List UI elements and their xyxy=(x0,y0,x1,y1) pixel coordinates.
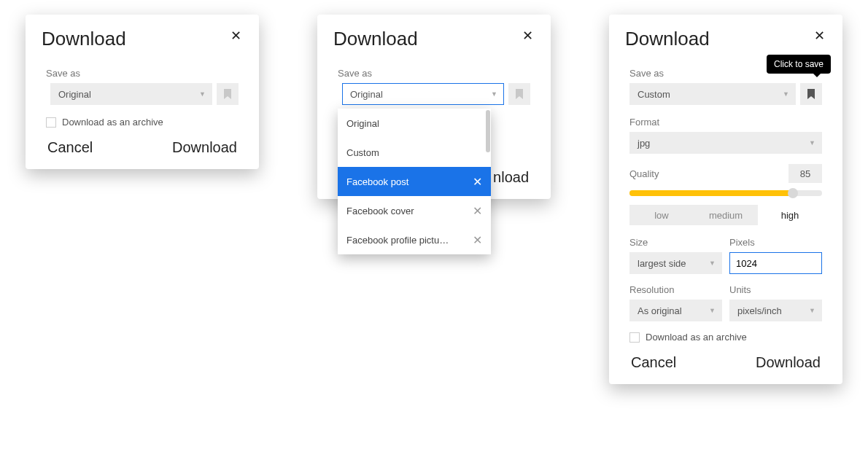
format-value: jpg xyxy=(638,138,650,149)
dialog-title: Download xyxy=(625,28,710,50)
bookmark-icon xyxy=(224,89,231,99)
archive-label: Download as an archive xyxy=(62,117,163,128)
quality-slider[interactable] xyxy=(629,190,822,196)
save-as-select[interactable]: Custom ▼ xyxy=(629,83,796,105)
dropdown-item-original[interactable]: Original xyxy=(338,109,491,138)
close-icon[interactable]: ✕ xyxy=(229,28,243,44)
chevron-down-icon: ▼ xyxy=(809,307,815,314)
slider-thumb[interactable] xyxy=(788,188,798,198)
save-as-dropdown: Original Custom Facebook post ✕ Facebook… xyxy=(338,109,491,254)
chevron-down-icon: ▼ xyxy=(709,259,716,267)
save-as-label: Save as xyxy=(338,68,530,79)
remove-preset-icon[interactable]: ✕ xyxy=(473,233,482,247)
save-as-select[interactable]: Original ▼ xyxy=(50,83,212,105)
dropdown-item-facebook-post[interactable]: Facebook post ✕ xyxy=(338,167,491,196)
units-value: pixels/inch xyxy=(737,305,782,316)
chevron-down-icon: ▼ xyxy=(783,90,789,98)
quality-label: Quality xyxy=(629,168,659,179)
resolution-label: Resolution xyxy=(629,284,722,295)
save-as-value: Original xyxy=(58,89,91,100)
cancel-button[interactable]: Cancel xyxy=(631,354,676,371)
close-icon[interactable]: ✕ xyxy=(813,28,826,44)
slider-fill xyxy=(629,190,793,196)
quality-value[interactable]: 85 xyxy=(788,164,822,183)
close-icon[interactable]: ✕ xyxy=(521,28,535,44)
resolution-select[interactable]: As original ▼ xyxy=(629,300,722,321)
save-preset-button[interactable] xyxy=(217,83,239,105)
units-label: Units xyxy=(729,284,822,295)
save-as-value: Original xyxy=(350,89,383,100)
dropdown-item-custom[interactable]: Custom xyxy=(338,138,491,167)
option-label: Facebook profile pictu… xyxy=(346,235,449,246)
dialog-title: Download xyxy=(42,28,126,50)
dropdown-item-facebook-cover[interactable]: Facebook cover ✕ xyxy=(338,196,491,225)
dropdown-item-facebook-profile[interactable]: Facebook profile pictu… ✕ xyxy=(338,225,491,254)
archive-checkbox[interactable] xyxy=(629,332,640,343)
save-as-select[interactable]: Original ▼ xyxy=(342,83,504,105)
option-label: Custom xyxy=(346,147,379,158)
chevron-down-icon: ▼ xyxy=(491,90,497,98)
save-as-value: Custom xyxy=(638,89,670,100)
remove-preset-icon[interactable]: ✕ xyxy=(473,175,482,189)
chevron-down-icon: ▼ xyxy=(709,307,716,314)
download-dialog-custom: Download ✕ Click to save Save as Custom … xyxy=(609,15,842,384)
units-select[interactable]: pixels/inch ▼ xyxy=(729,300,822,321)
option-label: Facebook post xyxy=(346,176,408,187)
cancel-button[interactable]: Cancel xyxy=(47,139,93,156)
dialog-title: Download xyxy=(333,28,418,50)
quality-preset-low[interactable]: low xyxy=(629,205,694,225)
option-label: Original xyxy=(346,118,379,129)
format-select[interactable]: jpg ▼ xyxy=(629,132,822,154)
download-button[interactable]: Download xyxy=(172,139,237,156)
archive-checkbox[interactable] xyxy=(46,117,56,128)
download-dialog-simple: Download ✕ Save as Original ▼ Download a… xyxy=(26,15,259,169)
download-button[interactable]: nload xyxy=(493,169,529,186)
download-button[interactable]: Download xyxy=(756,354,821,371)
resolution-value: As original xyxy=(638,305,682,316)
pixels-input[interactable] xyxy=(729,252,822,274)
quality-preset-medium[interactable]: medium xyxy=(694,205,758,225)
remove-preset-icon[interactable]: ✕ xyxy=(473,204,482,218)
format-label: Format xyxy=(629,117,822,128)
chevron-down-icon: ▼ xyxy=(199,90,206,98)
bookmark-icon xyxy=(516,89,523,99)
size-label: Size xyxy=(629,237,722,248)
chevron-down-icon: ▼ xyxy=(809,139,815,146)
size-select[interactable]: largest side ▼ xyxy=(629,252,722,274)
save-preset-button[interactable] xyxy=(800,83,822,105)
size-value: largest side xyxy=(638,258,686,269)
archive-label: Download as an archive xyxy=(646,332,747,343)
option-label: Facebook cover xyxy=(346,206,414,216)
bookmark-icon xyxy=(807,89,815,99)
save-as-label: Save as xyxy=(46,68,239,79)
download-dialog-dropdown: Download ✕ Save as Original ▼ Original C… xyxy=(317,15,551,199)
quality-preset-high[interactable]: high xyxy=(758,205,822,225)
pixels-label: Pixels xyxy=(729,237,822,248)
save-preset-tooltip: Click to save xyxy=(767,55,831,74)
save-preset-button[interactable] xyxy=(508,83,530,105)
